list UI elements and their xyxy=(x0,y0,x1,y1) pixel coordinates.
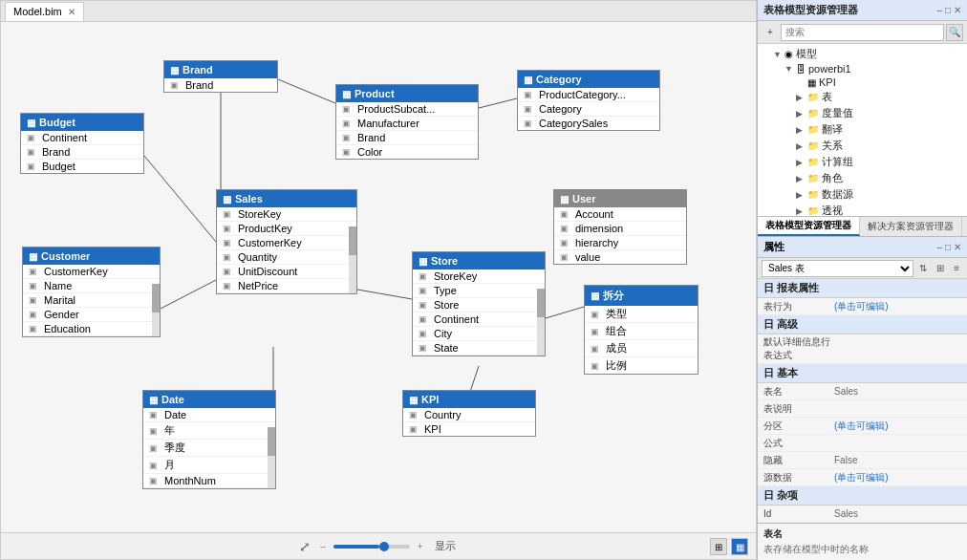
search-button[interactable]: 🔍 xyxy=(946,24,963,41)
scrollbar[interactable] xyxy=(349,226,356,293)
col-label: Account xyxy=(575,208,613,220)
props-restore-button[interactable]: □ xyxy=(945,242,951,252)
section-basic-header[interactable]: 日 基本 xyxy=(758,364,967,383)
zoom-slider[interactable] xyxy=(333,545,410,549)
svg-line-5 xyxy=(161,280,216,309)
props-list-button[interactable]: ≡ xyxy=(950,261,963,275)
props-minimize-button[interactable]: – xyxy=(936,242,942,252)
props-sort-button[interactable]: ⇅ xyxy=(915,261,931,275)
section-advanced-header[interactable]: 日 高级 xyxy=(758,315,967,334)
panel-restore-button[interactable]: □ xyxy=(945,5,951,15)
props-value-table-behavior[interactable]: (单击可编辑) xyxy=(830,300,961,313)
props-row-id: Id Sales xyxy=(758,506,967,523)
panel-close-button[interactable]: ✕ xyxy=(954,5,961,15)
col-icon: ▣ xyxy=(149,410,161,420)
tree-item-role-folder[interactable]: ▶ 📁 角色 xyxy=(758,170,967,186)
tree-toggle-role[interactable]: ▶ xyxy=(796,174,807,183)
entity-customer[interactable]: ▦ Customer ▣CustomerKey ▣Name ▣Marital ▣… xyxy=(22,247,161,337)
section-report-props-header[interactable]: 日 报表属性 xyxy=(758,279,967,298)
tree-toggle-perspective[interactable]: ▶ xyxy=(796,206,807,216)
col-icon: ▣ xyxy=(560,238,571,248)
props-row-partition: 分区 (单击可编辑) xyxy=(758,418,967,435)
add-button[interactable]: + xyxy=(762,24,779,41)
entity-product-header: ▦ Product xyxy=(336,85,478,102)
properties-title: 属性 xyxy=(763,240,784,254)
model-tab[interactable]: Model.bim ✕ xyxy=(5,2,84,21)
tree-item-powerbi1[interactable]: ▼ 🗄 powerbi1 xyxy=(758,62,967,75)
tree-toggle-relation[interactable]: ▶ xyxy=(796,141,807,151)
tree-label-measure: 度量值 xyxy=(822,106,853,120)
tree-toggle-translation[interactable]: ▶ xyxy=(796,125,807,135)
props-bottom-title: 表名 xyxy=(763,528,961,541)
powerbi1-icon: 🗄 xyxy=(796,64,806,75)
tree-item-table-folder[interactable]: ▶ 📁 表 xyxy=(758,89,967,105)
col-label: Country xyxy=(424,409,462,420)
entity-sales[interactable]: ▦ Sales ▣StoreKey ▣ProductKey ▣CustomerK… xyxy=(216,189,357,294)
props-value-source[interactable]: (单击可编辑) xyxy=(830,471,961,485)
table-row: ▣月 xyxy=(143,457,275,474)
scrollbar[interactable] xyxy=(537,289,545,355)
scrollbar[interactable] xyxy=(268,427,275,488)
tree-item-kpi[interactable]: ▦ KPI xyxy=(758,75,967,89)
tree-item-model[interactable]: ▼ ◉ 模型 xyxy=(758,46,967,62)
zoom-fit-button[interactable]: ⤢ xyxy=(297,539,312,554)
entity-date[interactable]: ▦ Date ▣Date ▣年 ▣季度 ▣月 ▣MonthNum xyxy=(142,390,276,489)
col-label: 组合 xyxy=(606,324,627,338)
col-icon: ▣ xyxy=(170,80,182,90)
props-row-desc: 表说明 xyxy=(758,400,967,418)
translation-folder-icon: 📁 xyxy=(807,124,819,135)
entity-budget-rows: ▣Continent ▣Brand ▣Budget xyxy=(21,131,143,173)
entity-product[interactable]: ▦ Product ▣ProductSubcat... ▣Manufacture… xyxy=(335,84,479,160)
entity-kpi[interactable]: ▦ KPI ▣Country ▣KPI xyxy=(402,390,536,437)
entity-split[interactable]: ▦ 拆分 ▣类型 ▣组合 ▣成员 ▣比例 xyxy=(584,285,698,375)
table-row: ▣Education xyxy=(23,322,160,336)
props-key-formula: 公式 xyxy=(763,437,830,450)
table-row: ▣Category xyxy=(518,102,659,117)
entity-date-rows: ▣Date ▣年 ▣季度 ▣月 ▣MonthNum xyxy=(143,408,275,488)
entity-user[interactable]: ▦ User ▣Account ▣dimension ▣hierarchy ▣v… xyxy=(553,189,687,265)
col-label: CategorySales xyxy=(539,118,608,129)
entity-brand[interactable]: ▦ Brand ▣ Brand xyxy=(163,60,278,93)
tree-item-measure-folder[interactable]: ▶ 📁 度量值 xyxy=(758,105,967,121)
props-grid-button[interactable]: ⊞ xyxy=(933,261,948,275)
entity-budget[interactable]: ▦ Budget ▣Continent ▣Brand ▣Budget xyxy=(20,113,144,174)
display-button[interactable]: 显示 xyxy=(431,539,460,553)
entity-category[interactable]: ▦ Category ▣ProductCategory... ▣Category… xyxy=(517,70,660,131)
tree-toggle-table[interactable]: ▶ xyxy=(796,93,807,102)
canvas[interactable]: ▦ Brand ▣ Brand ▦ Budget ▣Continent xyxy=(1,22,756,532)
table-row: ▣Manufacturer xyxy=(336,117,478,131)
perspective-folder-icon: 📁 xyxy=(807,205,819,216)
tree-item-datasource-folder[interactable]: ▶ 📁 数据源 xyxy=(758,186,967,203)
col-icon: ▣ xyxy=(27,147,38,157)
table-icon-button[interactable]: ▦ xyxy=(731,538,748,555)
col-label: ProductCategory... xyxy=(539,89,626,100)
props-row-table-behavior: 表行为 (单击可编辑) xyxy=(758,298,967,315)
table-icon: ▦ xyxy=(27,118,35,128)
tree-toggle-calcgroup[interactable]: ▶ xyxy=(796,158,807,167)
tree-item-perspective-folder[interactable]: ▶ 📁 透视 xyxy=(758,203,967,216)
tree-area[interactable]: ▼ ◉ 模型 ▼ 🗄 powerbi1 ▦ KPI xyxy=(758,44,967,216)
entity-store[interactable]: ▦ Store ▣StoreKey ▣Type ▣Store ▣Continen… xyxy=(412,251,546,356)
tree-toggle-powerbi1[interactable]: ▼ xyxy=(784,64,796,74)
table-selector[interactable]: Sales 表 xyxy=(762,260,913,277)
tree-toggle-model[interactable]: ▼ xyxy=(773,50,784,59)
entity-customer-header: ▦ Customer xyxy=(23,248,160,265)
scrollbar[interactable] xyxy=(152,284,160,336)
grid-icon-button[interactable]: ⊞ xyxy=(710,538,727,555)
tree-toggle-datasource[interactable]: ▶ xyxy=(796,190,807,200)
search-input[interactable] xyxy=(781,24,944,41)
panel-minimize-button[interactable]: – xyxy=(936,5,942,15)
tab-close-button[interactable]: ✕ xyxy=(68,7,75,17)
tree-item-translation-folder[interactable]: ▶ 📁 翻译 xyxy=(758,121,967,138)
props-close-button[interactable]: ✕ xyxy=(954,242,961,252)
tree-item-calcgroup-folder[interactable]: ▶ 📁 计算组 xyxy=(758,154,967,170)
props-value-partition[interactable]: (单击可编辑) xyxy=(830,420,961,433)
main-container: Model.bim ✕ xyxy=(0,0,967,560)
col-icon: ▣ xyxy=(419,300,430,310)
col-label: Color xyxy=(357,146,382,158)
tree-item-relation-folder[interactable]: ▶ 📁 关系 xyxy=(758,138,967,154)
tab-solution-explorer[interactable]: 解决方案资源管理器 xyxy=(860,217,962,236)
tab-resource-manager[interactable]: 表格模型资源管理器 xyxy=(758,217,860,236)
tree-toggle-measure[interactable]: ▶ xyxy=(796,109,807,118)
section-misc-header[interactable]: 日 杂项 xyxy=(758,486,967,506)
